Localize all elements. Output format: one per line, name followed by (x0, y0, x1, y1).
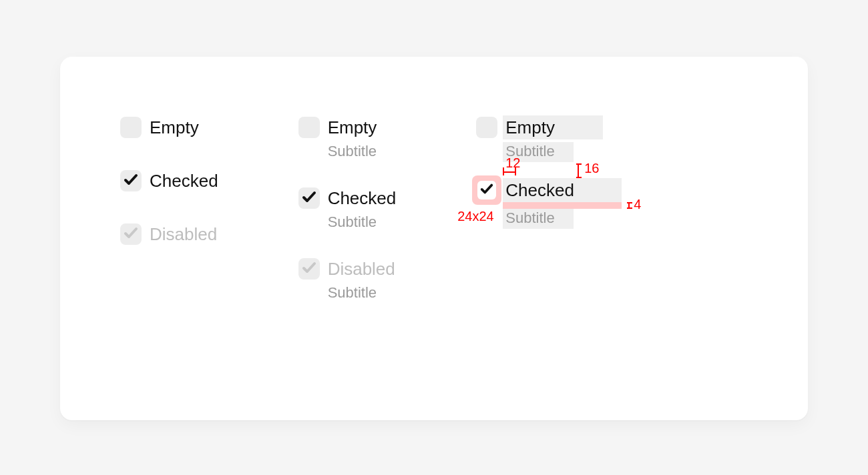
checkbox-subtitle: Subtitle (505, 142, 555, 161)
checkbox-title: Empty (150, 117, 199, 138)
checkbox-title: Checked (505, 179, 574, 201)
check-icon (123, 171, 139, 190)
checkbox-disabled: Disabled (120, 223, 217, 245)
checkbox-empty[interactable]: Empty (120, 117, 199, 138)
check-icon (301, 260, 317, 278)
checkbox-title: Disabled (328, 258, 395, 280)
checkbox-title: Empty (505, 117, 555, 138)
checkbox-checked[interactable]: Checked (120, 170, 218, 191)
spec-gap-vertical-label: 16 (584, 161, 599, 176)
checkbox-variant-subtitle: Empty Subtitle Checked Subtitle (298, 117, 397, 302)
checkbox-box-disabled (298, 258, 320, 280)
check-icon (301, 189, 317, 207)
spec-box-size-label: 24x24 (457, 209, 494, 224)
checkbox-box-disabled (120, 223, 142, 245)
checkbox-title: Checked (328, 187, 397, 209)
checkbox-subtitle: Subtitle (505, 209, 574, 227)
checkbox-title: Checked (150, 170, 218, 191)
spec-gap-horizontal-marker (503, 171, 515, 173)
checkbox-subtitle: Subtitle (328, 213, 397, 231)
spec-title-subtitle-gap (503, 202, 622, 209)
spec-box-highlight (472, 175, 501, 205)
spec-title-subtitle-label: 4 (634, 197, 641, 212)
spec-gap-vertical-marker (578, 163, 579, 178)
check-icon (479, 181, 494, 199)
checkbox-disabled: Disabled Subtitle (298, 258, 395, 302)
checkbox-box-checked[interactable] (298, 187, 320, 209)
checkbox-box[interactable] (476, 117, 497, 138)
checkbox-variant-annotated: Empty Subtitle 16 12 (476, 117, 574, 227)
checkbox-box-checked[interactable] (120, 170, 142, 191)
checkbox-box[interactable] (120, 117, 142, 138)
checkbox-variant-simple: Empty Checked (120, 117, 218, 277)
checkbox-checked[interactable]: Checked Subtitle 4 24x24 (476, 179, 574, 227)
checkbox-title: Empty (328, 117, 377, 138)
checkbox-checked[interactable]: Checked Subtitle (298, 187, 397, 231)
checkbox-title: Disabled (150, 223, 217, 245)
spec-tick (503, 167, 504, 175)
spec-card: Empty Checked (60, 57, 808, 420)
check-icon (123, 225, 139, 244)
checkbox-subtitle: Subtitle (328, 284, 395, 302)
checkbox-empty[interactable]: Empty Subtitle (298, 117, 377, 161)
checkbox-empty[interactable]: Empty Subtitle (476, 117, 555, 161)
checkbox-subtitle: Subtitle (328, 142, 377, 161)
spec-title-subtitle-marker (628, 202, 630, 209)
checkbox-box[interactable] (298, 117, 320, 138)
